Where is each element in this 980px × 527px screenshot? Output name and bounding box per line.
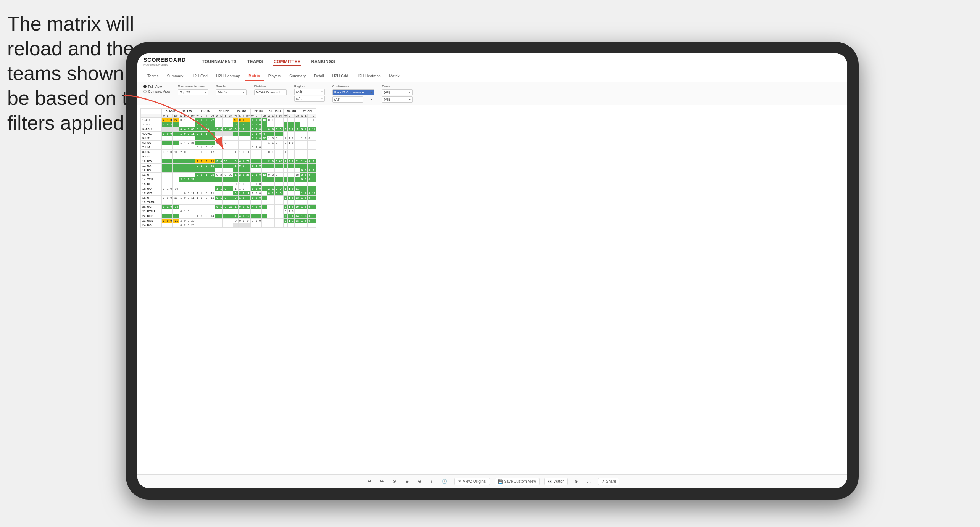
conference-select-wrapper[interactable]: Pac-12 Conference [332,89,374,95]
matrix-cell [219,219,223,223]
subnav-players[interactable]: Players [264,72,285,80]
matrix-cell [223,164,228,168]
subnav-summary2[interactable]: Summary [285,72,309,80]
matrix-cell [179,164,183,168]
matrix-cell [219,200,223,205]
matrix-cell [195,177,200,182]
matrix-cell: 22 [228,205,233,209]
matrix-cell [288,154,291,159]
matrix-cell: 13 [295,196,300,200]
refresh-icon: ⊙ [393,479,396,484]
division-select-wrapper[interactable]: NCAA Division I [254,89,287,95]
save-custom-view-btn[interactable]: 💾 Save Custom View [495,478,540,485]
share-btn[interactable]: ↗ Share [598,478,620,485]
uu-l: L [288,114,291,118]
matrix-cell [255,214,258,219]
save-icon: 💾 [498,479,503,484]
matrix-cell [295,150,300,154]
matrix-cell [162,209,166,214]
conference-select-wrapper2[interactable]: (All) [332,96,374,103]
table-row: 20. UG110-34010221004040001019100 [141,205,316,209]
region-select1[interactable]: (All) [294,89,325,95]
matrix-cell: 1 [238,186,242,191]
settings-btn[interactable]: ⚙ [572,479,580,484]
matrix-cell [288,132,291,136]
fullscreen-btn[interactable]: ⛶ [585,479,593,484]
matrix-cell: -34 [173,205,179,209]
matrix-cell: 2 [255,173,258,177]
team-select2[interactable]: (All) [382,96,413,103]
division-select[interactable]: NCAA Division I [254,89,287,95]
zoom-in-icon: ⊕ [405,479,409,484]
region-select2[interactable]: N/A [294,96,325,102]
nav-items: TOURNAMENTS TEAMS COMMITTEE RANKINGS [201,58,336,66]
row-label: 15. UF [141,182,162,186]
matrix-cell [283,177,287,182]
region-select-wrapper1[interactable]: (All) [294,89,325,95]
matrix-cell: 1 [283,159,287,164]
matrix-cell [203,219,210,223]
matrix-cell: 1 [311,118,316,122]
subnav-h2hgrid2[interactable]: H2H Grid [328,72,352,80]
zoom-in-btn[interactable]: ⊕ [403,478,411,485]
matrix-cell [278,177,284,182]
matrix-cell [233,200,238,205]
nav-committee[interactable]: COMMITTEE [273,58,301,66]
matrix-cell [278,219,284,223]
matrix-cell [203,182,210,186]
subnav-h2hgrid1[interactable]: H2H Grid [188,72,211,80]
matrix-cell: 0 [291,214,295,219]
matrix-cell [162,200,166,205]
matrix-cell: 0 [283,141,287,145]
col-ucla: 31. UCLA [267,109,283,114]
subnav-teams[interactable]: Teams [143,72,162,80]
table-row: 18. U20011100111101101001010001013100 [141,196,316,200]
matrix-cell [215,177,219,182]
matrix-cell: 0 [258,145,261,150]
team-select-wrapper[interactable]: (All) [382,89,413,95]
subnav-summary1[interactable]: Summary [163,72,187,80]
redo-btn[interactable]: ↪ [378,478,386,485]
clock-btn[interactable]: 🕐 [440,478,450,485]
matrix-cell [215,200,219,205]
conference-select2[interactable]: (All) [332,96,363,103]
matrix-cell [228,196,233,200]
matrix-cell [283,122,287,127]
subnav-h2hheatmap2[interactable]: H2H Heatmap [353,72,384,80]
matrix-cell: 0 [233,196,238,200]
matrix-cell: 0 [267,173,271,177]
matrix-cell [200,200,203,205]
matrix-cell: 25 [190,219,195,223]
matrix-cell: 44 [295,214,300,219]
matrix-cell [162,177,166,182]
matrix-cell [291,200,295,205]
matrix-cell [311,214,316,219]
matrix-cell [195,219,200,223]
add-btn[interactable]: + [428,479,435,485]
nav-rankings[interactable]: RANKINGS [310,58,336,66]
subnav-matrix2[interactable]: Matrix [385,72,403,80]
matrix-cell: 0 [283,219,287,223]
undo-btn[interactable]: ↩ [365,478,373,485]
subnav-detail[interactable]: Detail [310,72,328,80]
nav-tournaments[interactable]: TOURNAMENTS [201,58,237,66]
zoom-out-btn[interactable]: ⊖ [416,478,424,485]
matrix-cell [304,145,308,150]
nav-teams[interactable]: TEAMS [247,58,264,66]
subnav-matrix1[interactable]: Matrix [245,71,263,81]
matrix-cell: 4 [250,205,255,209]
watch-btn[interactable]: 👀 Watch [544,478,568,485]
subnav-h2hheatmap1[interactable]: H2H Heatmap [212,72,244,80]
conference-select[interactable]: Pac-12 Conference [332,89,374,95]
table-row: 21. ETSU010010 [141,209,316,214]
matrix-cell: 0 [304,136,308,141]
view-original-label: View: Original [463,479,487,484]
matrix-cell: 0 [250,182,255,186]
matrix-cell [278,136,284,141]
refresh-btn[interactable]: ⊙ [390,478,398,485]
matrix-cell [262,223,267,228]
team-select-wrapper2[interactable]: (All) [382,96,413,103]
view-original-btn[interactable]: 👁 View: Original [454,478,490,485]
region-select-wrapper2[interactable]: N/A [294,96,325,102]
team-select[interactable]: (All) [382,89,413,95]
